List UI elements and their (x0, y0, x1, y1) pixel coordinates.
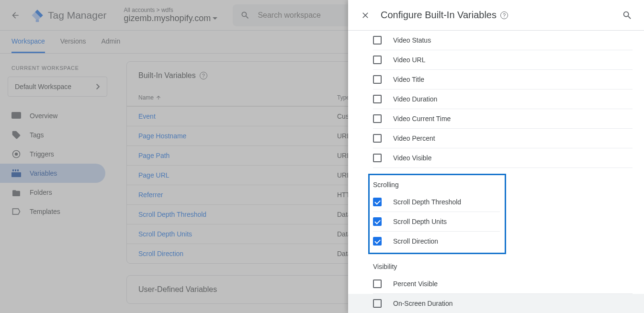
checkbox[interactable] (373, 237, 382, 246)
drawer-body: Video StatusVideo URLVideo TitleVideo Du… (348, 31, 644, 313)
variable-option-label: Video URL (393, 56, 425, 64)
variable-option-row[interactable]: On-Screen Duration (348, 294, 644, 313)
variable-option-row[interactable]: Video URL (373, 50, 633, 70)
scrolling-highlight: Scrolling Scroll Depth ThresholdScroll D… (368, 174, 506, 254)
checkbox[interactable] (373, 56, 382, 64)
section-visibility: Visibility (373, 254, 633, 274)
drawer-search-button[interactable] (622, 10, 633, 21)
variable-option-row[interactable]: Video Status (373, 31, 633, 50)
variable-option-label: Video Current Time (393, 115, 451, 123)
checkbox[interactable] (373, 95, 382, 103)
variable-option-label: Video Status (393, 36, 431, 44)
close-icon (361, 11, 370, 20)
variable-option-label: Video Visible (393, 154, 431, 162)
checkbox[interactable] (373, 75, 382, 84)
variable-option-row[interactable]: Video Percent (373, 129, 633, 148)
section-scrolling: Scrolling (373, 175, 493, 192)
variable-option-label: Scroll Depth Units (393, 218, 447, 225)
variable-option-row[interactable]: Video Current Time (373, 109, 633, 129)
variable-option-row[interactable]: Scroll Depth Threshold (373, 192, 500, 212)
search-icon (622, 10, 633, 21)
variable-option-row[interactable]: Scroll Depth Units (373, 212, 500, 232)
help-icon[interactable]: ? (500, 11, 508, 19)
variable-option-label: Video Title (393, 76, 424, 83)
variable-option-label: Percent Visible (393, 280, 438, 288)
variable-option-label: Scroll Depth Threshold (393, 198, 461, 206)
variable-option-label: Video Duration (393, 95, 437, 103)
variable-option-label: On-Screen Duration (393, 300, 453, 307)
variable-option-row[interactable]: Video Title (373, 70, 633, 89)
variable-option-row[interactable]: Scroll Direction (373, 232, 500, 251)
variable-option-label: Video Percent (393, 134, 435, 142)
configure-drawer: Configure Built-In Variables ? Video Sta… (348, 0, 644, 313)
variable-option-row[interactable]: Video Duration (373, 89, 633, 109)
checkbox[interactable] (373, 299, 382, 308)
close-button[interactable] (360, 10, 371, 21)
checkbox[interactable] (373, 134, 382, 143)
checkbox[interactable] (373, 279, 382, 288)
checkbox[interactable] (373, 198, 382, 206)
variable-option-row[interactable]: Video Visible (373, 148, 633, 168)
drawer-title-text: Configure Built-In Variables (381, 10, 497, 21)
variable-option-row[interactable]: Percent Visible (373, 274, 633, 294)
checkbox[interactable] (373, 36, 382, 45)
checkbox[interactable] (373, 154, 382, 162)
checkbox[interactable] (373, 114, 382, 123)
drawer-header: Configure Built-In Variables ? (348, 0, 644, 31)
variable-option-label: Scroll Direction (393, 237, 438, 245)
checkbox[interactable] (373, 217, 382, 226)
